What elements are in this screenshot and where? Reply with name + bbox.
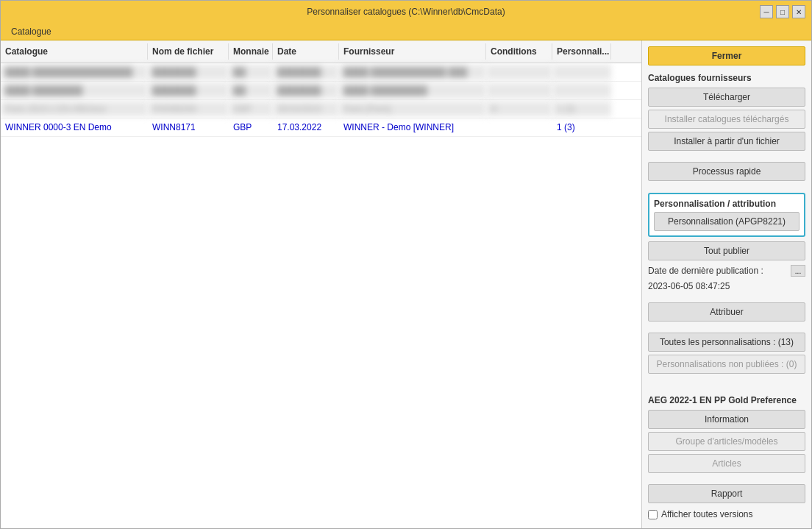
window-controls: ─ □ ✕ <box>760 5 805 18</box>
table-row[interactable]: ████ ████████████████ ███████ ██ ███████… <box>1 63 641 82</box>
main-panel: Catalogue Nom de fichier Monnaie Date Fo… <box>1 40 642 528</box>
cell-date: 30/10/2023 <box>273 102 339 116</box>
cell-personnali: 1 (3) <box>552 102 611 116</box>
installer-telecharges-button: Installer catalogues téléchargés <box>648 110 805 129</box>
col-header-date: Date <box>273 43 339 60</box>
rapport-button[interactable]: Rapport <box>648 484 805 503</box>
separator-7 <box>648 476 805 481</box>
table-row[interactable]: Paris 2023-1 EN Afficheur PARI88260 GBP … <box>1 100 641 118</box>
cell-monnaie: GBP <box>229 120 273 135</box>
separator-4 <box>648 324 805 330</box>
telecharger-button[interactable]: Télécharger <box>648 88 805 107</box>
title-bar: Personnaliser catalogues (C:\Winner\db\C… <box>1 1 811 23</box>
cell-personnali <box>552 65 611 79</box>
information-button[interactable]: Information <box>648 410 805 429</box>
cell-catalogue: Paris 2023-1 EN Afficheur <box>1 102 148 116</box>
table-header: Catalogue Nom de fichier Monnaie Date Fo… <box>1 40 641 63</box>
processus-rapide-button[interactable]: Processus rapide <box>648 162 805 181</box>
col-header-monnaie: Monnaie <box>229 43 273 60</box>
table-row[interactable]: WINNER 0000-3 EN Demo WINN8171 GBP 17.03… <box>1 118 641 137</box>
cell-nom: PARI88260 <box>148 102 229 116</box>
articles-button: Articles <box>648 454 805 473</box>
personn-non-pub-button: Personnalisations non publiées : (0) <box>648 355 805 374</box>
cell-personnali <box>552 83 611 98</box>
separator-6 <box>648 385 805 390</box>
personnalisation-button[interactable]: Personnalisation (APGP8221) <box>654 212 799 231</box>
col-header-personnali: Personnali... <box>552 43 611 60</box>
separator-2 <box>648 184 805 189</box>
separator-5 <box>648 377 805 382</box>
cell-fournisseur: ████ █████████ <box>339 83 486 98</box>
afficher-versions-checkbox[interactable] <box>648 510 658 519</box>
cell-monnaie: GBP <box>229 102 273 116</box>
dots-button[interactable]: ... <box>791 265 805 277</box>
col-header-fournisseur: Fournisseur <box>339 43 486 60</box>
fermer-button[interactable]: Fermer <box>648 46 805 65</box>
cell-personnali: 1 (3) <box>552 120 611 135</box>
date-pub-value: 2023-06-05 08:47:25 <box>648 281 805 291</box>
restore-button[interactable]: □ <box>776 5 789 18</box>
cell-fournisseur: ████ ████████████ ███ <box>339 65 486 79</box>
installer-fichier-button[interactable]: Installer à partir d'un fichier <box>648 132 805 151</box>
cell-monnaie: ██ <box>229 83 273 98</box>
cell-catalogue: ████ ████████████████ <box>1 65 148 79</box>
cell-date: 17.03.2022 <box>273 120 339 135</box>
cell-conditions <box>486 120 552 135</box>
cell-nom: ███████ <box>148 65 229 79</box>
window-title: Personnaliser catalogues (C:\Winner\db\C… <box>307 7 505 17</box>
separator-1 <box>648 154 805 159</box>
menu-bar: Catalogue <box>1 23 811 40</box>
catalogues-fournisseurs-title: Catalogues fournisseurs <box>648 71 805 85</box>
minimize-button[interactable]: ─ <box>760 5 773 18</box>
separator-3 <box>648 294 805 299</box>
main-window: Personnaliser catalogues (C:\Winner\db\C… <box>0 0 812 529</box>
tout-publier-button[interactable]: Tout publier <box>648 241 805 260</box>
cell-fournisseur: Paris [Paris] <box>339 102 486 116</box>
groupe-articles-button: Groupe d'articles/modèles <box>648 432 805 451</box>
cell-nom: WINN8171 <box>148 120 229 135</box>
aeg-label: AEG 2022-1 EN PP Gold Preference <box>648 392 805 407</box>
table-row[interactable]: ████ ████████ ███████ ██ ██████████ ████… <box>1 82 641 100</box>
cell-date: ██████████ <box>273 65 339 79</box>
col-header-conditions: Conditions <box>486 43 552 60</box>
col-header-nom: Nom de fichier <box>148 43 229 60</box>
date-publication-row: Date de dernière publication : ... <box>648 265 805 277</box>
attribuer-button[interactable]: Attribuer <box>648 302 805 322</box>
toutes-personn-button[interactable]: Toutes les personnalisations : (13) <box>648 333 805 352</box>
menu-item-catalogue[interactable]: Catalogue <box>7 25 56 38</box>
afficher-versions-row: Afficher toutes versions <box>648 506 805 522</box>
cell-catalogue: ████ ████████ <box>1 83 148 98</box>
personnalisation-box: Personnalisation / attribution Personnal… <box>648 193 805 237</box>
cell-conditions <box>486 83 552 98</box>
date-pub-label: Date de dernière publication : <box>648 266 763 276</box>
cell-fournisseur: WINNER - Demo [WINNER] <box>339 120 486 135</box>
cell-nom: ███████ <box>148 83 229 98</box>
col-header-catalogue: Catalogue <box>1 43 148 60</box>
afficher-versions-label: Afficher toutes versions <box>661 509 753 519</box>
cell-conditions <box>486 65 552 79</box>
cell-monnaie: ██ <box>229 65 273 79</box>
close-button[interactable]: ✕ <box>792 5 805 18</box>
sidebar: Fermer Catalogues fournisseurs Télécharg… <box>642 40 811 528</box>
cell-date: ██████████ <box>273 83 339 98</box>
personnalisation-title: Personnalisation / attribution <box>654 199 799 209</box>
content-area: Catalogue Nom de fichier Monnaie Date Fo… <box>1 40 811 528</box>
cell-conditions: H <box>486 102 552 116</box>
cell-catalogue: WINNER 0000-3 EN Demo <box>1 120 148 135</box>
